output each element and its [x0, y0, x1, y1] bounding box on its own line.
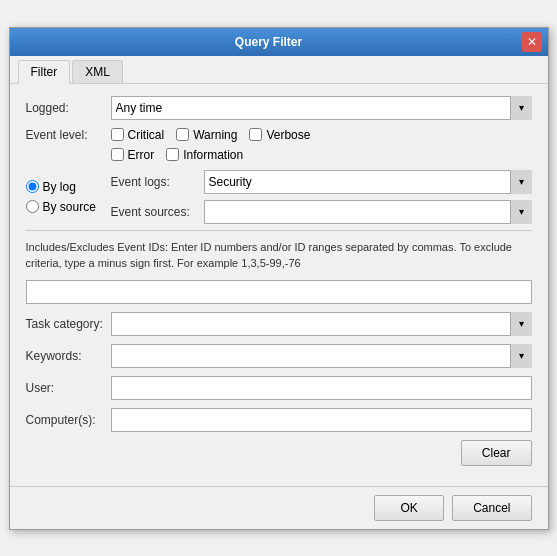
- event-sources-row: Event sources: ▾: [111, 200, 532, 224]
- information-label: Information: [183, 148, 243, 162]
- keywords-label: Keywords:: [26, 349, 111, 363]
- warning-checkbox[interactable]: [176, 128, 189, 141]
- computers-row: Computer(s): <All Computers>: [26, 408, 532, 432]
- task-category-select-wrapper: ▾: [111, 312, 532, 336]
- error-label: Error: [128, 148, 155, 162]
- user-label: User:: [26, 381, 111, 395]
- event-level-label: Event level:: [26, 128, 111, 142]
- clear-row: Clear: [26, 440, 532, 466]
- event-id-row: 4776: [26, 280, 532, 304]
- by-source-label: By source: [43, 200, 96, 214]
- logged-row: Logged: Any time Last hour Last 12 hours…: [26, 96, 532, 120]
- event-sources-select[interactable]: [204, 200, 532, 224]
- radio-column: By log By source: [26, 180, 111, 214]
- ok-button[interactable]: OK: [374, 495, 444, 521]
- logged-select-wrapper: Any time Last hour Last 12 hours Last 24…: [111, 96, 532, 120]
- event-fields: Event logs: Security ▾ Event sources:: [111, 170, 532, 224]
- by-log-radio[interactable]: [26, 180, 39, 193]
- critical-checkbox-item: Critical: [111, 128, 165, 142]
- cancel-button[interactable]: Cancel: [452, 495, 531, 521]
- warning-checkbox-item: Warning: [176, 128, 237, 142]
- keywords-select-wrapper: ▾: [111, 344, 532, 368]
- error-checkbox-item: Error: [111, 148, 155, 162]
- by-log-label: By log: [43, 180, 76, 194]
- error-info-row: Error Information: [26, 148, 532, 162]
- title-bar: Query Filter ✕: [10, 28, 548, 56]
- event-logs-label: Event logs:: [111, 175, 196, 189]
- task-category-row: Task category: ▾: [26, 312, 532, 336]
- information-checkbox[interactable]: [166, 148, 179, 161]
- event-sources-select-wrapper: ▾: [204, 200, 532, 224]
- filter-content: Logged: Any time Last hour Last 12 hours…: [10, 84, 548, 486]
- logged-select[interactable]: Any time Last hour Last 12 hours Last 24…: [111, 96, 532, 120]
- computers-input[interactable]: <All Computers>: [111, 408, 532, 432]
- logged-label: Logged:: [26, 101, 111, 115]
- task-category-select[interactable]: [111, 312, 532, 336]
- event-id-input[interactable]: 4776: [26, 280, 532, 304]
- user-input[interactable]: <All Users>: [111, 376, 532, 400]
- critical-label: Critical: [128, 128, 165, 142]
- by-source-radio-item[interactable]: By source: [26, 200, 111, 214]
- tab-bar: Filter XML: [10, 56, 548, 84]
- clear-button[interactable]: Clear: [461, 440, 532, 466]
- tab-xml[interactable]: XML: [72, 60, 123, 83]
- keywords-row: Keywords: ▾: [26, 344, 532, 368]
- keywords-select[interactable]: [111, 344, 532, 368]
- warning-label: Warning: [193, 128, 237, 142]
- event-sources-label: Event sources:: [111, 205, 196, 219]
- event-logs-row: Event logs: Security ▾: [111, 170, 532, 194]
- critical-checkbox[interactable]: [111, 128, 124, 141]
- by-source-radio[interactable]: [26, 200, 39, 213]
- event-logs-select-wrapper: Security ▾: [204, 170, 532, 194]
- event-logs-select[interactable]: Security: [204, 170, 532, 194]
- radio-section: By log By source Event logs: Security ▾: [26, 170, 532, 224]
- window-title: Query Filter: [16, 35, 522, 49]
- verbose-checkbox[interactable]: [249, 128, 262, 141]
- error-checkbox[interactable]: [111, 148, 124, 161]
- information-checkbox-item: Information: [166, 148, 243, 162]
- description-text: Includes/Excludes Event IDs: Enter ID nu…: [26, 230, 532, 272]
- query-filter-window: Query Filter ✕ Filter XML Logged: Any ti…: [9, 27, 549, 530]
- verbose-label: Verbose: [266, 128, 310, 142]
- verbose-checkbox-item: Verbose: [249, 128, 310, 142]
- computers-label: Computer(s):: [26, 413, 111, 427]
- task-category-label: Task category:: [26, 317, 111, 331]
- tab-filter[interactable]: Filter: [18, 60, 71, 84]
- event-level-row: Event level: Critical Warning Verbose: [26, 128, 532, 142]
- by-log-radio-item[interactable]: By log: [26, 180, 111, 194]
- close-button[interactable]: ✕: [522, 32, 542, 52]
- bottom-buttons: OK Cancel: [10, 486, 548, 529]
- user-row: User: <All Users>: [26, 376, 532, 400]
